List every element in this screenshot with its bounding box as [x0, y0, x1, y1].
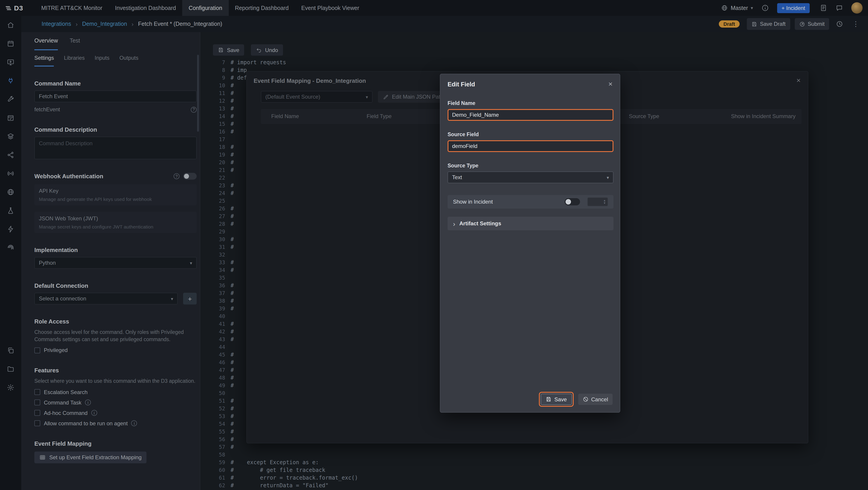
source-type-label: Source Type: [447, 163, 613, 168]
show-in-incident-row: Show in Incident ▴ ▾: [447, 195, 614, 208]
artifact-settings-label: Artifact Settings: [459, 220, 501, 227]
source-type-select[interactable]: Text ▾: [447, 171, 614, 183]
chevron-down-icon: ▾: [607, 175, 609, 180]
edit-field-dialog: Edit Field × Field Name Source Field Sou…: [440, 74, 620, 413]
cancel-icon: [583, 396, 588, 402]
chevron-right-icon: ›: [453, 220, 455, 227]
dialog-cancel-button[interactable]: Cancel: [578, 394, 613, 405]
field-name-input[interactable]: [447, 109, 614, 121]
artifact-settings-expander[interactable]: › Artifact Settings: [447, 217, 614, 230]
source-field-input[interactable]: [447, 140, 614, 152]
app-root: D3 MITRE ATT&CK Monitor Investigation Da…: [0, 0, 868, 490]
dialog-save-button[interactable]: Save: [541, 394, 572, 405]
save-icon: [546, 396, 552, 402]
edit-field-title: Edit Field: [447, 81, 475, 88]
show-in-incident-toggle[interactable]: [565, 198, 580, 205]
close-icon[interactable]: ×: [608, 81, 613, 88]
source-field-label: Source Field: [447, 132, 613, 137]
dialog-save-label: Save: [555, 396, 567, 402]
stepper-down-icon[interactable]: ▾: [604, 202, 605, 204]
source-type-value: Text: [452, 174, 462, 180]
dialog-cancel-label: Cancel: [591, 396, 608, 402]
save-button-highlight: Save: [539, 392, 574, 407]
field-name-label: Field Name: [447, 100, 613, 106]
show-in-incident-label: Show in Incident: [453, 199, 493, 205]
incident-order-stepper[interactable]: ▴ ▾: [587, 197, 608, 206]
